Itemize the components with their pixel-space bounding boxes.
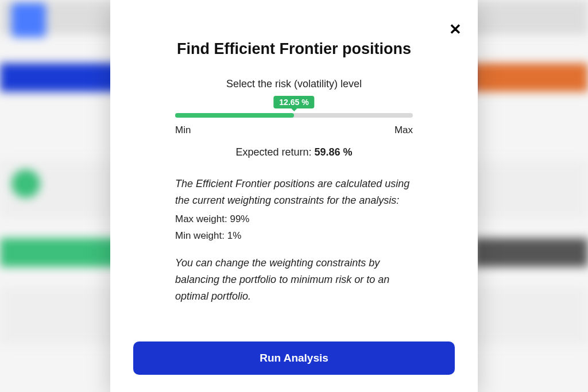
close-button[interactable]: ✕ (449, 22, 462, 37)
run-analysis-button[interactable]: Run Analysis (133, 341, 455, 375)
max-weight-text: Max weight: 99% (175, 211, 413, 227)
expected-return-text: Expected return: 59.86 % (133, 146, 455, 158)
expected-return-value: 59.86 % (315, 146, 353, 158)
info-change-text: You can change the weighting constraints… (175, 255, 413, 304)
min-weight-text: Min weight: 1% (175, 228, 413, 243)
expected-return-label: Expected return: (235, 146, 314, 158)
slider-fill (175, 113, 294, 118)
slider-value-tooltip: 12.65 % (273, 96, 314, 108)
risk-level-subtitle: Select the risk (volatility) level (133, 78, 455, 90)
modal-title: Find Efficient Frontier positions (133, 40, 455, 58)
slider-min-label: Min (175, 125, 191, 136)
info-block: The Efficient Frontier positions are cal… (175, 176, 413, 306)
efficient-frontier-modal: ✕ Find Efficient Frontier positions Sele… (110, 0, 478, 392)
slider-track[interactable] (175, 113, 413, 118)
risk-slider[interactable]: 12.65 % Min Max (175, 113, 413, 136)
info-intro-text: The Efficient Frontier positions are cal… (175, 176, 413, 209)
slider-max-label: Max (394, 125, 413, 136)
